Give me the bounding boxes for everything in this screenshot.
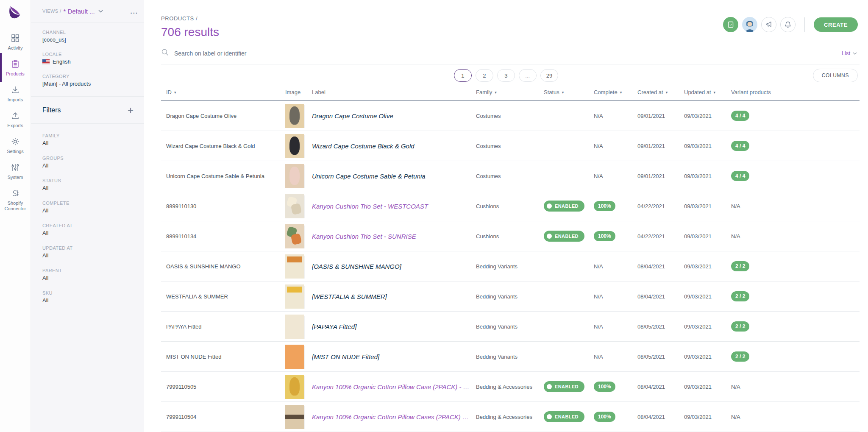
sidebar-item-shopify-connector[interactable]: Shopify Connector	[0, 184, 31, 215]
complete-badge: 100%	[594, 382, 615, 392]
table-row[interactable]: OASIS & SUNSHINE MANGO [OASIS & SUNSHINE…	[161, 251, 860, 281]
sidebar-item-activity[interactable]: Activity	[0, 29, 31, 55]
status-dot-icon	[547, 414, 552, 419]
sidebar-item-imports[interactable]: Imports	[0, 81, 31, 106]
cell-variant-products: 4 / 4	[731, 141, 860, 151]
view-options-menu[interactable]: ...	[130, 8, 138, 15]
cell-label: Kanyon Cushion Trio Set - WESTCOAST	[312, 203, 476, 210]
sidebar-item-label: Settings	[7, 149, 24, 154]
cell-status: ENABLED	[544, 231, 594, 242]
page-pill-29[interactable]: 29	[540, 69, 558, 82]
cell-id: 7999110505	[161, 384, 285, 390]
notifications-bell-icon[interactable]	[780, 17, 796, 32]
cell-variant-products: 2 / 2	[731, 261, 860, 271]
exports-upload-icon	[10, 111, 20, 121]
cell-created-at: 08/04/2021	[637, 384, 684, 390]
cell-variant-products: 2 / 2	[731, 291, 860, 301]
sidebar-item-settings[interactable]: Settings	[0, 132, 31, 158]
user-avatar[interactable]	[742, 17, 757, 32]
column-header-status[interactable]: Status▾	[544, 89, 594, 95]
announcement-icon[interactable]	[761, 17, 776, 32]
table-row[interactable]: WESTFALIA & SUMMER [WESTFALIA & SUMMER] …	[161, 281, 860, 312]
table-row[interactable]: Unicorn Cape Costume Sable & Petunia Uni…	[161, 161, 860, 191]
help-icon[interactable]: ?	[723, 17, 738, 32]
chevron-down-icon[interactable]	[98, 10, 103, 13]
context-item-channel[interactable]: CHANNEL [coco_us]	[42, 30, 133, 43]
filter-value: All	[42, 252, 133, 259]
column-header-family[interactable]: Family▾	[476, 89, 544, 95]
cell-id: 7999110504	[161, 414, 285, 420]
create-button[interactable]: CREATE	[814, 17, 858, 32]
cell-updated-at: 09/03/2021	[684, 384, 731, 390]
cell-variant-products: N/A	[731, 233, 860, 240]
sidebar-item-exports[interactable]: Exports	[0, 106, 31, 132]
context-switchers: CHANNEL [coco_us] LOCALE English CATEGOR…	[31, 22, 144, 97]
search-bar: List	[161, 48, 860, 64]
main-content: PRODUCTS / 706 results ?	[144, 0, 868, 432]
page-pill-2[interactable]: 2	[476, 69, 493, 82]
filter-item-parent[interactable]: PARENT All	[42, 268, 133, 281]
add-filter-button[interactable]: +	[128, 106, 134, 114]
table-row[interactable]: 8899110134 Kanyon Cushion Trio Set - SUN…	[161, 221, 860, 251]
variant-count-badge: 4 / 4	[731, 141, 749, 151]
table-row[interactable]: 7999110504 Kanyon 100% Organic Cotton Pi…	[161, 402, 860, 432]
filter-item-updated-at[interactable]: UPDATED AT All	[42, 245, 133, 259]
cell-family: Bedding Variants	[476, 323, 544, 330]
main-nav-rail: Activity Products Imports Exports Settin…	[0, 0, 31, 432]
column-header-complete[interactable]: Complete▾	[594, 89, 637, 95]
column-header-created-at[interactable]: Created at▾	[637, 89, 684, 95]
page-pill-3[interactable]: 3	[497, 69, 515, 82]
search-input[interactable]	[174, 50, 835, 57]
filter-item-groups[interactable]: GROUPS All	[42, 156, 133, 169]
sort-arrow-icon: ▾	[562, 90, 564, 95]
page-pill-[interactable]: ...	[519, 69, 537, 82]
akeneo-logo[interactable]	[7, 4, 23, 20]
table-row[interactable]: Dragon Cape Costume Olive Dragon Cape Co…	[161, 101, 860, 131]
cell-variant-products: 4 / 4	[731, 111, 860, 121]
cell-updated-at: 09/03/2021	[684, 263, 731, 270]
variant-count-badge: 4 / 4	[731, 111, 749, 121]
sidebar-item-products[interactable]: Products	[0, 55, 31, 81]
cell-label: Dragon Cape Costume Olive	[312, 112, 476, 120]
context-label: CHANNEL	[42, 30, 133, 35]
cell-created-at: 09/01/2021	[637, 143, 684, 149]
filter-item-family[interactable]: FAMILY All	[42, 133, 133, 146]
svg-text:?: ?	[729, 23, 732, 27]
cell-id: OASIS & SUNSHINE MANGO	[161, 263, 285, 270]
cell-label: [OASIS & SUNSHINE MANGO]	[312, 263, 476, 270]
filter-item-sku[interactable]: SKU All	[42, 290, 133, 304]
table-row[interactable]: Wizard Cape Costume Black & Gold Wizard …	[161, 131, 860, 161]
pagination-row: 123...29 COLUMNS	[144, 64, 868, 86]
column-header-updated-at[interactable]: Updated at▾	[684, 89, 731, 95]
table-row[interactable]: 8899110130 Kanyon Cushion Trio Set - WES…	[161, 191, 860, 221]
search-icon	[161, 48, 169, 58]
cell-complete: N/A	[594, 173, 637, 179]
product-thumbnail	[285, 254, 304, 279]
complete-badge: 100%	[594, 201, 615, 211]
table-row[interactable]: 7999110505 Kanyon 100% Organic Cotton Pi…	[161, 372, 860, 402]
context-value: English	[53, 59, 71, 65]
filter-item-status[interactable]: STATUS All	[42, 178, 133, 191]
cell-complete: 100%	[594, 201, 637, 211]
view-switcher[interactable]: List	[842, 50, 860, 56]
context-item-locale[interactable]: LOCALE English	[42, 52, 133, 65]
cell-created-at: 08/04/2021	[637, 263, 684, 270]
current-view-name[interactable]: * Default ...	[63, 8, 95, 15]
filter-item-complete[interactable]: COMPLETE All	[42, 201, 133, 214]
system-sliders-icon	[10, 162, 20, 173]
context-item-category[interactable]: CATEGORY [Main] - All products	[42, 74, 133, 87]
column-header-id[interactable]: ID▾	[161, 89, 285, 95]
page-pill-1[interactable]: 1	[454, 69, 472, 82]
pagination: 123...29	[144, 69, 868, 82]
cell-family: Bedding & Accessories	[476, 414, 544, 420]
products-clipboard-icon	[10, 59, 20, 69]
filter-value: All	[42, 230, 133, 236]
filter-item-created-at[interactable]: CREATED AT All	[42, 223, 133, 236]
product-thumbnail	[285, 345, 304, 369]
table-row[interactable]: PAPAYA Fitted [PAPAYA Fitted] Bedding Va…	[161, 312, 860, 342]
columns-button[interactable]: COLUMNS	[813, 69, 858, 82]
sidebar-item-system[interactable]: System	[0, 158, 31, 184]
table-row[interactable]: MIST ON NUDE Fitted [MIST ON NUDE Fitted…	[161, 342, 860, 372]
cell-family: Costumes	[476, 113, 544, 119]
context-value: [Main] - All products	[42, 81, 91, 87]
